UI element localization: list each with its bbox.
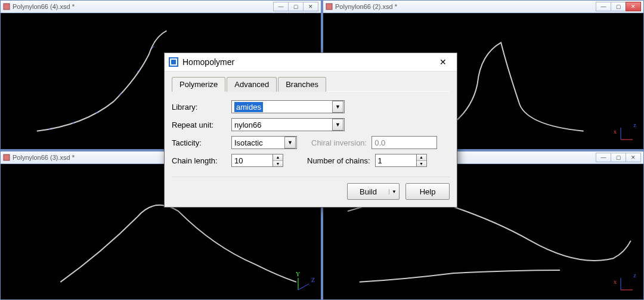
axis-label-z: z (634, 122, 636, 128)
tab-polymerize[interactable]: Polymerize (172, 77, 225, 92)
chain-length-spinner[interactable]: 10 ▲▼ (231, 154, 283, 167)
axis-label-y: Y (296, 271, 300, 277)
view-axes: Y Z (295, 273, 315, 293)
dialog-titlebar[interactable]: Homopolymer ✕ (165, 53, 457, 72)
chiral-inversion-input: 0.0 (371, 136, 437, 149)
chain-length-label: Chain length: (172, 156, 231, 165)
pane-titlebar[interactable]: Polynylon66 (4).xsd * — ▢ ✕ (1, 1, 321, 13)
axis-label-z: z (634, 272, 636, 279)
minimize-button[interactable]: — (596, 153, 611, 162)
close-button[interactable]: ✕ (626, 153, 641, 162)
minimize-button[interactable]: — (273, 2, 289, 11)
library-combo[interactable]: amides ▼ (231, 100, 345, 113)
axis-label-x: x (614, 279, 617, 285)
svg-rect-17 (171, 60, 176, 64)
maximize-button[interactable]: ▢ (611, 2, 626, 11)
close-button[interactable]: ✕ (303, 2, 318, 11)
axis-label-x: x (614, 128, 617, 135)
spin-up-icon[interactable]: ▲ (417, 154, 426, 161)
svg-rect-7 (326, 4, 332, 10)
maximize-button[interactable]: ▢ (288, 2, 304, 11)
chain-length-value[interactable]: 10 (231, 154, 273, 167)
axis-label-z: Z (311, 277, 315, 283)
spin-down-icon[interactable]: ▼ (417, 161, 426, 167)
chevron-down-icon[interactable]: ▼ (332, 101, 343, 113)
tacticity-value: Isotactic (234, 138, 263, 147)
tacticity-combo[interactable]: Isotactic ▼ (231, 136, 297, 149)
pane-title: Polynylon66 (2).xsd * (335, 3, 596, 10)
tab-strip: Polymerize Advanced Branches (172, 76, 450, 92)
number-of-chains-value[interactable]: 1 (375, 154, 417, 167)
svg-rect-10 (4, 154, 10, 160)
repeat-unit-combo[interactable]: nylon66 ▼ (231, 118, 345, 131)
document-icon (3, 3, 10, 10)
close-button[interactable]: ✕ (626, 2, 641, 11)
repeat-unit-label: Repeat unit: (172, 120, 231, 129)
minimize-button[interactable]: — (596, 2, 611, 11)
spin-up-icon[interactable]: ▲ (273, 154, 283, 161)
homopolymer-dialog: Homopolymer ✕ Polymerize Advanced Branch… (164, 52, 457, 208)
view-axes: x z (617, 123, 637, 143)
document-icon (3, 154, 10, 161)
repeat-unit-value: nylon66 (234, 120, 262, 129)
number-of-chains-label: Number of chains: (307, 156, 370, 165)
tab-advanced[interactable]: Advanced (227, 77, 277, 92)
build-button-label: Build (348, 187, 389, 196)
tacticity-label: Tacticity: (172, 138, 231, 147)
maximize-button[interactable]: ▢ (611, 153, 626, 162)
help-button[interactable]: Help (405, 183, 450, 200)
spin-down-icon[interactable]: ▼ (273, 161, 283, 167)
view-axes: x z (617, 273, 637, 293)
dialog-title: Homopolymer (182, 57, 433, 67)
build-button[interactable]: Build ▼ (347, 183, 400, 200)
number-of-chains-spinner[interactable]: 1 ▲▼ (375, 154, 427, 167)
chevron-down-icon[interactable]: ▼ (284, 137, 296, 149)
tab-branches[interactable]: Branches (278, 77, 326, 92)
pane-title: Polynylon66 (4).xsd * (13, 3, 274, 10)
chevron-down-icon[interactable]: ▼ (332, 119, 343, 131)
library-label: Library: (172, 103, 231, 112)
dialog-close-button[interactable]: ✕ (433, 55, 453, 69)
app-icon (168, 57, 179, 67)
document-icon (326, 3, 333, 10)
chiral-inversion-label: Chiral inversion: (311, 138, 367, 147)
pane-titlebar[interactable]: Polynylon66 (2).xsd * — ▢ ✕ (323, 1, 643, 13)
svg-line-12 (298, 284, 309, 290)
svg-rect-0 (4, 4, 10, 10)
library-value: amides (234, 102, 263, 112)
chevron-down-icon[interactable]: ▼ (389, 189, 399, 194)
